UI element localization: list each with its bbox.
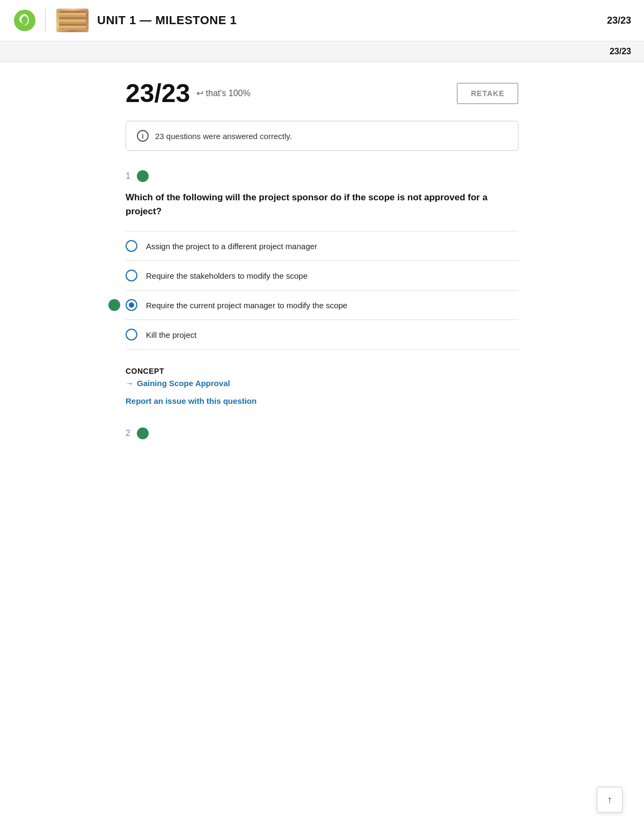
info-icon: i <box>137 130 149 142</box>
question-1-correct-dot <box>137 170 149 182</box>
radio-1 <box>126 240 137 252</box>
score-big: 23/23 <box>126 78 190 108</box>
radio-3-inner <box>129 302 134 308</box>
page-header: UNIT 1 — MILESTONE 1 23/23 <box>0 0 644 41</box>
option-3-correct-indicator <box>108 299 120 311</box>
score-note: ↩ that's 100% <box>196 88 251 98</box>
question-2-number: 2 <box>126 429 130 438</box>
page-title: UNIT 1 — MILESTONE 1 <box>97 13 237 27</box>
question-1-options: Assign the project to a different projec… <box>126 231 518 350</box>
option-4-text: Kill the project <box>146 329 518 340</box>
score-bar-value: 23/23 <box>610 47 631 56</box>
header-divider <box>45 9 46 32</box>
concept-link[interactable]: → Gaining Scope Approval <box>126 379 518 388</box>
concept-arrow-icon: → <box>126 379 134 388</box>
option-4[interactable]: Kill the project <box>126 320 518 350</box>
concept-link-text: Gaining Scope Approval <box>137 379 230 388</box>
back-to-top-button[interactable]: ↑ <box>597 787 623 813</box>
radio-4 <box>126 329 137 340</box>
report-issue-link[interactable]: Report an issue with this question <box>126 396 257 405</box>
question-2-row: 2 <box>126 427 518 439</box>
score-bar: 23/23 <box>0 41 644 62</box>
option-2[interactable]: Require the stakeholders to modify the s… <box>126 260 518 290</box>
radio-2 <box>126 270 137 281</box>
concept-section: CONCEPT → Gaining Scope Approval Report … <box>126 367 518 406</box>
main-content: 23/23 ↩ that's 100% RETAKE i 23 question… <box>113 62 531 472</box>
option-3[interactable]: Require the current project manager to m… <box>126 290 518 320</box>
option-1[interactable]: Assign the project to a different projec… <box>126 231 518 260</box>
svg-point-0 <box>14 10 35 31</box>
question-2-correct-dot <box>137 427 149 439</box>
retake-button[interactable]: RETAKE <box>457 83 518 104</box>
option-1-text: Assign the project to a different projec… <box>146 241 518 252</box>
option-3-text: Require the current project manager to m… <box>146 300 518 311</box>
back-to-top-arrow-icon: ↑ <box>608 794 612 806</box>
info-box: i 23 questions were answered correctly. <box>126 121 518 151</box>
question-1-number: 1 <box>126 171 130 181</box>
header-score: 23/23 <box>607 15 631 26</box>
concept-label: CONCEPT <box>126 367 518 375</box>
question-1-block: 1 Which of the following will the projec… <box>126 170 518 406</box>
option-2-text: Require the stakeholders to modify the s… <box>146 270 518 281</box>
app-logo <box>13 9 36 32</box>
question-1-text: Which of the following will the project … <box>126 191 518 218</box>
info-box-text: 23 questions were answered correctly. <box>155 132 292 141</box>
score-section: 23/23 ↩ that's 100% RETAKE <box>126 78 518 108</box>
question-1-number-row: 1 <box>126 170 518 182</box>
radio-3 <box>126 299 137 311</box>
unit-thumbnail <box>56 9 89 32</box>
score-note-text: ↩ that's 100% <box>196 88 251 98</box>
